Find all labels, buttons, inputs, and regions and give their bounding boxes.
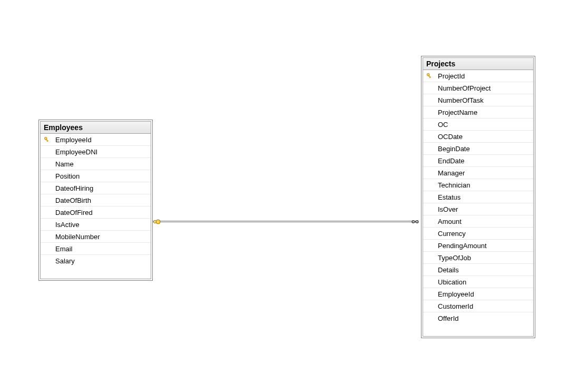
key-cell-empty <box>423 240 436 251</box>
key-cell-empty <box>41 231 53 242</box>
table-title-projects: Projects <box>423 58 533 70</box>
key-cell-empty <box>423 131 436 142</box>
relationship-endpoint-many <box>411 218 419 226</box>
key-cell-empty <box>423 106 436 118</box>
relationship-line[interactable] <box>153 221 418 222</box>
column-row[interactable]: IsOver <box>423 203 533 215</box>
column-name: Amount <box>436 218 533 225</box>
key-cell-empty <box>41 194 53 206</box>
column-row[interactable]: Salary <box>41 255 151 267</box>
column-row[interactable]: Ubication <box>423 276 533 288</box>
column-row[interactable]: NumberOfProject <box>423 82 533 94</box>
column-name: OfferId <box>436 314 533 322</box>
column-row[interactable]: Technician <box>423 179 533 191</box>
column-name: NumberOfTask <box>436 96 533 104</box>
column-row[interactable]: Amount <box>423 215 533 228</box>
table-projects-columns: ProjectIdNumberOfProjectNumberOfTaskProj… <box>423 70 533 324</box>
column-row[interactable]: Estatus <box>423 191 533 203</box>
column-name: Estatus <box>436 193 533 201</box>
column-row[interactable]: EmployeeId <box>423 288 533 300</box>
primary-key-icon <box>423 70 436 82</box>
key-cell-empty <box>41 146 53 158</box>
key-cell-empty <box>423 167 436 179</box>
key-cell-empty <box>423 264 436 275</box>
key-cell-empty <box>423 288 436 300</box>
column-name: OC <box>436 121 533 129</box>
column-name: BeginDate <box>436 145 533 153</box>
key-cell-empty <box>423 276 436 288</box>
primary-key-icon <box>41 134 53 145</box>
column-name: PendingAmount <box>436 242 533 250</box>
svg-point-7 <box>154 221 156 223</box>
column-row[interactable]: OC <box>423 119 533 131</box>
key-cell-empty <box>41 170 53 182</box>
column-name: CustomerId <box>436 302 533 310</box>
column-row[interactable]: DateOfBirth <box>41 194 151 206</box>
column-name: DateofHiring <box>53 184 151 192</box>
column-name: IsActive <box>53 221 151 229</box>
table-employees[interactable]: Employees EmployeeIdEmployeeDNINamePosit… <box>38 120 153 281</box>
column-name: NumberOfProject <box>436 84 533 92</box>
column-name: IsOver <box>436 205 533 213</box>
column-row[interactable]: Position <box>41 170 151 182</box>
column-row[interactable]: EmployeeDNI <box>41 146 151 158</box>
key-cell-empty <box>423 228 436 239</box>
column-row[interactable]: Manager <box>423 167 533 179</box>
column-row[interactable]: Email <box>41 243 151 255</box>
table-projects[interactable]: Projects ProjectIdNumberOfProjectNumberO… <box>421 56 535 338</box>
key-cell-empty <box>423 119 436 130</box>
column-name: Email <box>53 245 151 253</box>
key-cell-empty <box>41 219 53 230</box>
column-row[interactable]: EndDate <box>423 155 533 167</box>
column-name: ProjectId <box>436 72 533 80</box>
relationship-endpoint-one <box>153 218 161 226</box>
column-name: Name <box>53 160 151 168</box>
key-cell-empty <box>423 82 436 94</box>
column-row[interactable]: ProjectId <box>423 70 533 82</box>
column-row[interactable]: BeginDate <box>423 143 533 155</box>
column-row[interactable]: CustomerId <box>423 300 533 312</box>
key-cell-empty <box>423 155 436 166</box>
column-name: MobileNumber <box>53 233 151 241</box>
column-row[interactable]: MobileNumber <box>41 231 151 243</box>
column-name: EndDate <box>436 157 533 165</box>
column-name: DateOfBirth <box>53 196 151 204</box>
key-cell-empty <box>423 312 436 324</box>
column-name: OCDate <box>436 133 533 141</box>
key-cell-empty <box>41 243 53 254</box>
key-cell-empty <box>423 252 436 263</box>
column-name: Manager <box>436 169 533 177</box>
table-title-employees: Employees <box>41 122 151 134</box>
key-cell-empty <box>423 215 436 227</box>
column-row[interactable]: OfferId <box>423 312 533 324</box>
column-row[interactable]: TypeOfJob <box>423 252 533 264</box>
column-row[interactable]: Details <box>423 264 533 276</box>
column-row[interactable]: PendingAmount <box>423 240 533 252</box>
key-cell-empty <box>423 203 436 215</box>
key-cell-empty <box>423 179 436 191</box>
table-projects-filler <box>423 324 533 336</box>
column-row[interactable]: OCDate <box>423 131 533 143</box>
column-name: Position <box>53 172 151 180</box>
column-name: Salary <box>53 257 151 265</box>
svg-point-6 <box>156 220 160 224</box>
column-name: Details <box>436 266 533 274</box>
key-cell-empty <box>41 206 53 218</box>
column-name: EmployeeDNI <box>53 148 151 156</box>
table-employees-inner: Employees EmployeeIdEmployeeDNINamePosit… <box>40 121 151 279</box>
column-row[interactable]: NumberOfTask <box>423 94 533 106</box>
column-row[interactable]: Currency <box>423 228 533 240</box>
column-row[interactable]: ProjectName <box>423 106 533 119</box>
column-row[interactable]: Name <box>41 158 151 170</box>
column-name: Currency <box>436 230 533 238</box>
key-cell-empty <box>423 143 436 154</box>
column-name: Technician <box>436 181 533 189</box>
key-cell-empty <box>41 255 53 267</box>
column-name: EmployeeId <box>53 136 151 144</box>
column-name: DateOfFired <box>53 209 151 216</box>
column-row[interactable]: IsActive <box>41 219 151 231</box>
column-row[interactable]: EmployeeId <box>41 134 151 146</box>
column-row[interactable]: DateofHiring <box>41 182 151 194</box>
column-row[interactable]: DateOfFired <box>41 206 151 219</box>
key-cell-empty <box>423 300 436 312</box>
